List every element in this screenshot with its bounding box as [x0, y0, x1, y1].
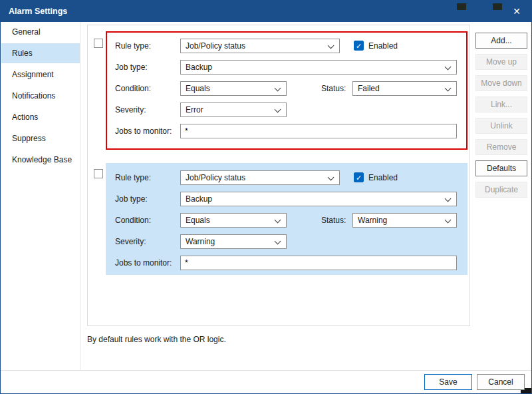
unlink-button[interactable]: Unlink [475, 118, 527, 134]
chevron-down-icon [275, 85, 281, 92]
chevron-down-icon [275, 238, 281, 245]
or-logic-footnote: By default rules work with the OR logic. [87, 335, 226, 344]
sidebar-item-suppress[interactable]: Suppress [1, 128, 80, 148]
chevron-down-icon [445, 217, 452, 224]
condition-value: Equals [186, 84, 210, 93]
jobs-to-monitor-input[interactable] [180, 124, 457, 138]
sidebar-item-knowledge-base[interactable]: Knowledge Base [1, 150, 80, 170]
condition-row: Condition: Equals Status: Warning [107, 213, 466, 228]
job-type-label: Job type: [115, 63, 148, 72]
move-up-button[interactable]: Move up [475, 54, 527, 70]
job-type-value: Backup [186, 194, 212, 204]
sidebar-item-actions[interactable]: Actions [1, 107, 80, 127]
status-label: Status: [321, 84, 346, 93]
enabled-checkbox[interactable]: ✓ [354, 41, 364, 51]
chevron-down-icon [445, 85, 452, 92]
severity-value: Error [186, 105, 203, 114]
severity-row: Severity: Warning [107, 234, 466, 249]
condition-value: Equals [186, 216, 210, 225]
screen-artifact [493, 3, 502, 10]
sidebar-item-assignment[interactable]: Assignment [1, 65, 80, 85]
move-down-button[interactable]: Move down [475, 75, 527, 91]
defaults-button[interactable]: Defaults [475, 160, 527, 176]
enabled-label: Enabled [368, 173, 398, 182]
duplicate-button[interactable]: Duplicate [475, 182, 527, 198]
jobs-to-monitor-row: Jobs to monitor: [107, 124, 466, 138]
job-type-row: Job type: Backup [107, 60, 466, 75]
condition-row: Condition: Equals Status: Failed [107, 81, 466, 96]
severity-label: Severity: [115, 237, 146, 246]
condition-select[interactable]: Equals [180, 213, 287, 228]
window-title: Alarm Settings [9, 7, 67, 16]
rule-2-select-checkbox[interactable] [94, 169, 103, 178]
chevron-down-icon [445, 64, 452, 71]
check-icon: ✓ [356, 42, 362, 50]
chevron-down-icon [328, 174, 334, 181]
jobs-to-monitor-row: Jobs to monitor: [107, 256, 466, 270]
remove-button[interactable]: Remove [475, 139, 527, 155]
chevron-down-icon [275, 106, 281, 113]
rule-block-1: Rule type: Job/Policy status ✓ Enabled J… [106, 31, 467, 150]
status-select[interactable]: Failed [352, 81, 457, 96]
job-type-select[interactable]: Backup [180, 60, 457, 75]
sidebar-item-general[interactable]: General [1, 22, 80, 42]
rule-type-label: Rule type: [115, 41, 151, 51]
severity-label: Severity: [115, 105, 146, 114]
rule-type-row: Rule type: Job/Policy status ✓ Enabled [107, 39, 466, 53]
rule-type-select[interactable]: Job/Policy status [180, 39, 340, 53]
cancel-button[interactable]: Cancel [477, 374, 525, 390]
alarm-settings-dialog: Alarm Settings ✕ General Rules Assignmen… [0, 0, 532, 394]
rule-block-2: Rule type: Job/Policy status ✓ Enabled J… [106, 163, 467, 275]
window-titlebar: Alarm Settings [1, 1, 531, 22]
close-icon: ✕ [513, 6, 521, 17]
sidebar: General Rules Assignment Notifications A… [1, 22, 80, 370]
job-type-row: Job type: Backup [107, 192, 466, 206]
condition-label: Condition: [115, 216, 151, 225]
rule-type-label: Rule type: [115, 173, 151, 182]
save-button[interactable]: Save [424, 374, 472, 390]
status-select[interactable]: Warning [352, 213, 457, 228]
severity-row: Severity: Error [107, 102, 466, 117]
job-type-value: Backup [186, 63, 212, 72]
footer-divider [1, 370, 531, 371]
sidebar-item-rules[interactable]: Rules [1, 43, 80, 63]
add-button[interactable]: Add... [475, 33, 527, 49]
link-button[interactable]: Link... [475, 97, 527, 112]
enabled-checkbox[interactable]: ✓ [354, 172, 364, 182]
condition-label: Condition: [115, 84, 151, 93]
jobs-to-monitor-label: Jobs to monitor: [115, 126, 172, 136]
sidebar-item-notifications[interactable]: Notifications [1, 86, 80, 106]
status-value: Warning [358, 216, 387, 225]
screen-artifact [457, 3, 466, 10]
job-type-label: Job type: [115, 194, 148, 204]
rule-type-value: Job/Policy status [186, 41, 245, 51]
rules-panel: Rule type: Job/Policy status ✓ Enabled J… [87, 25, 470, 326]
status-value: Failed [358, 84, 380, 93]
status-label: Status: [321, 216, 346, 225]
rule-type-value: Job/Policy status [186, 173, 245, 182]
severity-select[interactable]: Warning [180, 234, 287, 249]
condition-select[interactable]: Equals [180, 81, 287, 96]
rule-type-select[interactable]: Job/Policy status [180, 170, 340, 185]
chevron-down-icon [328, 43, 334, 49]
check-icon: ✓ [356, 174, 362, 182]
rule-type-row: Rule type: Job/Policy status ✓ Enabled [107, 170, 466, 185]
enabled-label: Enabled [368, 41, 398, 51]
job-type-select[interactable]: Backup [180, 192, 457, 206]
severity-value: Warning [186, 237, 215, 246]
jobs-to-monitor-input[interactable] [180, 256, 457, 270]
jobs-to-monitor-label: Jobs to monitor: [115, 258, 172, 268]
chevron-down-icon [275, 217, 281, 224]
rule-1-select-checkbox[interactable] [94, 39, 103, 48]
close-button[interactable]: ✕ [502, 1, 531, 22]
chevron-down-icon [445, 196, 452, 202]
severity-select[interactable]: Error [180, 102, 287, 117]
